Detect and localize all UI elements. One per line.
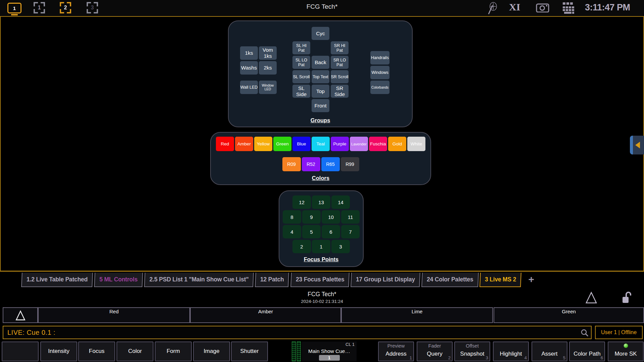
softkey-query[interactable]: FaderQuery2 — [417, 342, 453, 361]
group-button-front[interactable]: Front — [312, 99, 329, 112]
focus-point-13[interactable]: 13 — [312, 195, 330, 209]
group-button-windows[interactable]: Windows — [370, 66, 389, 79]
category-button-intensity[interactable]: Intensity — [40, 342, 77, 361]
category-button-shutter[interactable]: Shutter — [231, 342, 268, 361]
color-swatch-gold[interactable]: Gold — [388, 137, 406, 151]
softkey-assert[interactable]: Assert5 — [532, 342, 567, 361]
group-button-sr-lo-pat[interactable]: SR LO Pat — [331, 56, 349, 69]
tab-24-color-palettes[interactable]: 24 Color Palettes — [421, 273, 478, 287]
group-button-sl-lo-pat[interactable]: SL LO Pat — [292, 56, 310, 69]
gel-swatch-r65[interactable]: R65 — [321, 157, 340, 171]
group-button-handrails[interactable]: Handrails — [370, 51, 389, 64]
focus-point-9[interactable]: 9 — [302, 210, 321, 224]
colors-panel-label: Colors — [211, 175, 430, 181]
group-button-sr-scroll[interactable]: SR Scroll — [331, 70, 349, 83]
color-swatch-yellow[interactable]: Yellow — [254, 137, 272, 151]
color-swatch-red[interactable]: Red — [216, 137, 234, 151]
group-button-sl-side[interactable]: SL Side — [292, 85, 310, 98]
grid-spacer — [240, 76, 258, 79]
group-button-sr-hi-pat[interactable]: SR HI Pat — [331, 41, 349, 54]
group-button-1ks[interactable]: 1ks — [240, 46, 258, 60]
displays-icon[interactable]: XI — [509, 1, 520, 13]
search-icon[interactable] — [580, 328, 589, 337]
group-button-washs[interactable]: Washs — [240, 61, 258, 75]
color-swatch-blue[interactable]: Blue — [292, 137, 311, 151]
tab-2-5-psd-list-1-main-show-cue-list[interactable]: 2.5 PSD List 1 "Main Show Cue List" — [144, 273, 254, 287]
focus-point-4[interactable]: 4 — [283, 225, 301, 238]
group-button-window-led[interactable]: Window LED — [259, 81, 277, 94]
fader-label-lime[interactable]: Lime — [341, 307, 493, 323]
group-button-colorbands[interactable]: Colorbands — [370, 81, 389, 94]
tab-12-patch[interactable]: 12 Patch — [255, 273, 289, 287]
focus-point-5[interactable]: 5 — [302, 225, 321, 238]
fader-module-config[interactable] — [3, 307, 38, 323]
fader-label-green[interactable]: Green — [494, 307, 644, 323]
color-swatch-fuschia[interactable]: Fuschia — [369, 137, 387, 151]
wand-icon[interactable] — [486, 2, 498, 15]
softkey-number: 1 — [410, 355, 412, 360]
group-button-vom-1ks[interactable]: Vom 1ks — [259, 46, 277, 60]
user-status-badge[interactable]: User 1 | Offline — [595, 326, 643, 339]
groups-center-grid: CycSL HI PatSR HI PatSL LO PatBackSR LO … — [292, 27, 349, 112]
softkey-color-path[interactable]: Color Path6 — [569, 342, 605, 361]
color-swatch-green[interactable]: Green — [273, 137, 291, 151]
gel-swatch-r52[interactable]: R52 — [302, 157, 320, 171]
fader-label-red[interactable]: Red — [38, 307, 190, 323]
focus-point-12[interactable]: 12 — [292, 195, 311, 209]
group-button-sl-scroll[interactable]: SL Scroll — [292, 70, 310, 83]
keyboard-icon[interactable] — [562, 2, 576, 14]
tab-3-live-ms-2[interactable]: 3 Live MS 2 — [479, 273, 521, 287]
tab-label: 1.2 Live Table Patched — [27, 276, 88, 283]
gel-swatch-r09[interactable]: R09 — [282, 157, 301, 171]
focus-point-6[interactable]: 6 — [322, 225, 340, 238]
grid-spacer — [292, 27, 310, 40]
group-button-top-text[interactable]: Top Text — [312, 70, 329, 83]
softkey-label: More SK — [608, 351, 643, 357]
category-button-image[interactable]: Image — [193, 342, 230, 361]
group-button-top[interactable]: Top — [312, 85, 329, 98]
fader-page-triangle-icon[interactable] — [585, 291, 598, 304]
fader-label-amber[interactable]: Amber — [190, 307, 341, 323]
button-label: Intensity — [41, 348, 77, 355]
tab-1-2-live-table-patched[interactable]: 1.2 Live Table Patched — [21, 273, 93, 287]
focus-point-7[interactable]: 7 — [341, 225, 360, 238]
master-playback-display[interactable]: CL 1 Main Show Cue… 1 — [302, 342, 357, 361]
softkey-top-label: Fader — [417, 343, 452, 349]
category-button-focus[interactable]: Focus — [78, 342, 115, 361]
add-tab-button[interactable]: + — [528, 273, 535, 286]
color-swatch-amber[interactable]: Amber — [235, 137, 253, 151]
color-swatch-lavender[interactable]: Lavender — [350, 137, 368, 151]
focus-point-14[interactable]: 14 — [331, 195, 350, 209]
unlock-icon[interactable] — [620, 291, 633, 304]
group-button-wall-led[interactable]: Wall LED — [240, 81, 258, 94]
softkey-number: 3 — [486, 355, 488, 360]
focus-point-1[interactable]: 1 — [312, 240, 330, 253]
focus-point-11[interactable]: 11 — [341, 210, 360, 224]
softkey-snapshot[interactable]: OffsetSnapshot3 — [454, 342, 490, 361]
color-swatch-teal[interactable]: Teal — [312, 137, 330, 151]
group-button-2ks[interactable]: 2ks — [259, 61, 277, 75]
flexi-scroll-button[interactable] — [630, 136, 644, 154]
category-button-form[interactable]: Form — [155, 342, 192, 361]
gel-swatch-r99[interactable]: R99 — [341, 157, 359, 171]
softkey-address[interactable]: PreviewAddress1 — [378, 342, 414, 361]
tab-5-ml-controls[interactable]: 5 ML Controls — [94, 273, 143, 287]
group-button-cyc[interactable]: Cyc — [312, 27, 329, 40]
focus-point-2[interactable]: 2 — [292, 240, 311, 253]
softkey-more-sk[interactable]: More SK — [608, 342, 644, 361]
focus-point-10[interactable]: 10 — [322, 210, 340, 224]
blank-button[interactable] — [2, 342, 39, 361]
tab-17-group-list-display[interactable]: 17 Group List Display — [351, 273, 420, 287]
focus-point-8[interactable]: 8 — [283, 210, 301, 224]
softkey-highlight[interactable]: Highlight4 — [493, 342, 529, 361]
command-line-input[interactable]: LIVE: Cue 0.1 : — [3, 326, 592, 339]
group-button-back[interactable]: Back — [312, 56, 329, 69]
camera-icon[interactable] — [536, 3, 549, 12]
color-swatch-purple[interactable]: Purple — [331, 137, 349, 151]
tab-23-focus-palettes[interactable]: 23 Focus Palettes — [290, 273, 350, 287]
focus-point-3[interactable]: 3 — [331, 240, 350, 253]
category-button-color[interactable]: Color — [117, 342, 153, 361]
color-swatch-white[interactable]: White — [407, 137, 425, 151]
group-button-sr-side[interactable]: SR Side — [331, 85, 349, 98]
group-button-sl-hi-pat[interactable]: SL HI Pat — [292, 41, 310, 54]
